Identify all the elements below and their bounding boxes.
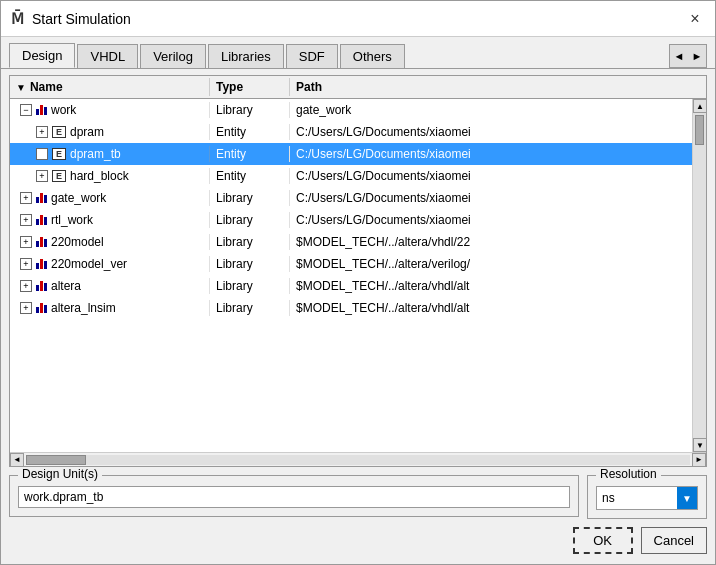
lib-icon — [36, 193, 47, 203]
resolution-label: Resolution — [596, 467, 661, 481]
scrollbar-down-arrow[interactable]: ▼ — [693, 438, 706, 452]
row-path-cell: C:/Users/LG/Documents/xiaomei — [290, 146, 692, 162]
row-name-cell: + 220model — [10, 234, 210, 250]
expand-icon[interactable]: + — [20, 192, 32, 204]
collapse-buttons: ◄ ► — [669, 44, 707, 68]
row-name: 220model_ver — [51, 257, 127, 271]
lib-icon — [36, 281, 47, 291]
row-name-cell: + gate_work — [10, 190, 210, 206]
table-row[interactable]: + altera Library $MODEL_TECH/../altera/v… — [10, 275, 692, 297]
row-name: gate_work — [51, 191, 106, 205]
row-path-cell: C:/Users/LG/Documents/xiaomei — [290, 190, 692, 206]
row-type-cell: Entity — [210, 146, 290, 162]
content-area: ▼ Name Type Path − — [1, 68, 715, 564]
row-path-cell: C:/Users/LG/Documents/xiaomei — [290, 124, 692, 140]
app-icon: M̄ — [11, 10, 24, 28]
tree-scrollable[interactable]: − work Library gate_work — [10, 99, 692, 452]
ok-button[interactable]: OK — [573, 527, 633, 554]
table-row[interactable]: + 220model_ver Library $MODEL_TECH/../al… — [10, 253, 692, 275]
tab-vhdl[interactable]: VHDL — [77, 44, 138, 68]
resolution-dropdown-button[interactable]: ▼ — [677, 487, 697, 509]
tree-container: ▼ Name Type Path − — [9, 75, 707, 467]
entity-icon: E — [52, 126, 66, 138]
row-path-cell: $MODEL_TECH/../altera/verilog/ — [290, 256, 692, 272]
table-row[interactable]: + E dpram_tb Entity C:/Users/LG/Document… — [10, 143, 692, 165]
col-header-name: ▼ Name — [10, 78, 210, 96]
buttons-row: OK Cancel — [9, 527, 707, 564]
table-row[interactable]: + E dpram Entity C:/Users/LG/Documents/x… — [10, 121, 692, 143]
table-row[interactable]: + gate_work Library C:/Users/LG/Document… — [10, 187, 692, 209]
entity-icon: E — [52, 148, 66, 160]
expand-icon[interactable]: + — [36, 148, 48, 160]
row-name: dpram_tb — [70, 147, 121, 161]
table-row[interactable]: + E hard_block Entity C:/Users/LG/Docume… — [10, 165, 692, 187]
horizontal-scrollbar[interactable]: ◄ ► — [10, 452, 706, 466]
design-unit-group: Design Unit(s) — [9, 475, 579, 517]
tab-design[interactable]: Design — [9, 43, 75, 68]
expand-icon[interactable]: + — [20, 280, 32, 292]
row-type-cell: Library — [210, 102, 290, 118]
row-type-cell: Entity — [210, 124, 290, 140]
close-button[interactable]: × — [685, 9, 705, 29]
row-name-cell: + 220model_ver — [10, 256, 210, 272]
row-path-cell: $MODEL_TECH/../altera/vhdl/alt — [290, 300, 692, 316]
row-name: dpram — [70, 125, 104, 139]
scrollbar-v-thumb[interactable] — [695, 115, 704, 145]
entity-icon: E — [52, 170, 66, 182]
expand-icon[interactable]: + — [36, 170, 48, 182]
row-name: work — [51, 103, 76, 117]
scrollbar-up-arrow[interactable]: ▲ — [693, 99, 706, 113]
row-name-cell: + E dpram — [10, 124, 210, 140]
cancel-button[interactable]: Cancel — [641, 527, 707, 554]
expand-icon[interactable]: + — [20, 302, 32, 314]
resolution-select[interactable]: ns ▼ — [596, 486, 698, 510]
row-name-cell: + E hard_block — [10, 168, 210, 184]
tab-others[interactable]: Others — [340, 44, 405, 68]
row-type-cell: Library — [210, 278, 290, 294]
table-row[interactable]: + 220model Library $MODEL_TECH/../altera… — [10, 231, 692, 253]
resolution-value: ns — [597, 488, 677, 508]
table-row[interactable]: + rtl_work Library C:/Users/LG/Documents… — [10, 209, 692, 231]
row-path-cell: $MODEL_TECH/../altera/vhdl/alt — [290, 278, 692, 294]
row-name-cell: + E dpram_tb — [10, 146, 210, 162]
title-bar: M̄ Start Simulation × — [1, 1, 715, 37]
row-name-cell: + altera_lnsim — [10, 300, 210, 316]
row-name: hard_block — [70, 169, 129, 183]
design-unit-input[interactable] — [18, 486, 570, 508]
scrollbar-left-arrow[interactable]: ◄ — [10, 453, 24, 467]
expand-icon[interactable]: − — [20, 104, 32, 116]
scrollbar-right-arrow[interactable]: ► — [692, 453, 706, 467]
design-unit-label: Design Unit(s) — [18, 467, 102, 481]
expand-icon[interactable]: + — [20, 236, 32, 248]
scrollbar-h-track — [26, 455, 690, 465]
tabs-row: Design VHDL Verilog Libraries SDF Others… — [1, 37, 715, 68]
row-path-cell: C:/Users/LG/Documents/xiaomei — [290, 168, 692, 184]
scrollbar-v-track — [693, 113, 706, 438]
row-path-cell: C:/Users/LG/Documents/xiaomei — [290, 212, 692, 228]
lib-icon — [36, 303, 47, 313]
row-name: 220model — [51, 235, 104, 249]
expand-icon[interactable]: + — [36, 126, 48, 138]
scrollbar-h-thumb[interactable] — [26, 455, 86, 465]
tab-libraries[interactable]: Libraries — [208, 44, 284, 68]
expand-icon[interactable]: + — [20, 214, 32, 226]
table-row[interactable]: − work Library gate_work — [10, 99, 692, 121]
row-name: altera — [51, 279, 81, 293]
tree-header: ▼ Name Type Path — [10, 76, 706, 99]
expand-icon[interactable]: + — [20, 258, 32, 270]
collapse-left-button[interactable]: ◄ — [670, 45, 688, 67]
row-path-cell: gate_work — [290, 102, 692, 118]
row-type-cell: Library — [210, 256, 290, 272]
collapse-right-button[interactable]: ► — [688, 45, 706, 67]
vertical-scrollbar[interactable]: ▲ ▼ — [692, 99, 706, 452]
sort-icon: ▼ — [16, 82, 26, 93]
bottom-section: Design Unit(s) Resolution ns ▼ — [9, 467, 707, 527]
title-left: M̄ Start Simulation — [11, 10, 131, 28]
tab-verilog[interactable]: Verilog — [140, 44, 206, 68]
row-type-cell: Library — [210, 212, 290, 228]
tab-sdf[interactable]: SDF — [286, 44, 338, 68]
row-type-cell: Library — [210, 234, 290, 250]
tree-body: − work Library gate_work — [10, 99, 706, 452]
table-row[interactable]: + altera_lnsim Library $MODEL_TECH/../al… — [10, 297, 692, 319]
col-header-type: Type — [210, 78, 290, 96]
